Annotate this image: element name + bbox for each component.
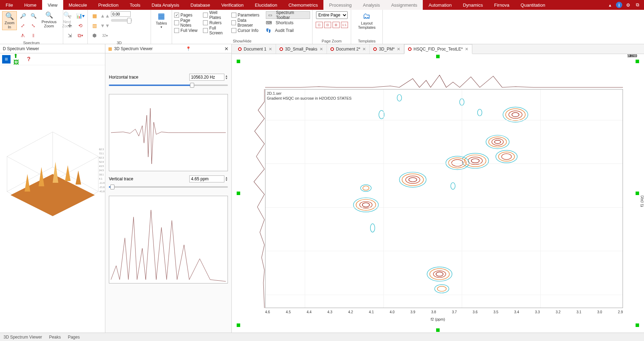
- zoom-in-button[interactable]: 🔍 Zoom In: [2, 11, 17, 30]
- menu-firnova[interactable]: Firnova: [488, 0, 515, 10]
- menu-data-analysis[interactable]: Data Analysis: [146, 0, 185, 10]
- multi-peak-icon[interactable]: ⫴: [29, 31, 38, 40]
- sel-handle-bl[interactable]: [237, 323, 240, 327]
- info-icon[interactable]: i: [616, 2, 622, 8]
- svg-marker-10: [75, 170, 81, 185]
- chart-icon[interactable]: 📊▾: [76, 11, 85, 20]
- chk-full-view[interactable]: Full View: [174, 27, 202, 34]
- vtrace-input[interactable]: [189, 175, 224, 182]
- peak-icon[interactable]: ⩚: [18, 31, 27, 40]
- sel-handle-ml[interactable]: [237, 192, 240, 195]
- sel-handle-tc[interactable]: [436, 55, 440, 58]
- sel-handle-mr[interactable]: [636, 192, 639, 195]
- next-zoom-icon: 🔍: [63, 12, 71, 19]
- doc-tab-0[interactable]: Document 1✕: [235, 44, 276, 54]
- sel-handle-bc[interactable]: [436, 328, 440, 332]
- spectrum-2d-canvas[interactable]: 2D.1.ser Gradient HSQC on sucrose in H2O…: [232, 54, 644, 333]
- settings-gear-icon[interactable]: ⚙: [625, 2, 631, 8]
- menu-molecule[interactable]: Molecule: [63, 0, 93, 10]
- cube-color-icon[interactable]: ▦: [90, 11, 99, 20]
- menu-file[interactable]: File: [0, 0, 19, 10]
- pagezoom-preset-3[interactable]: ⊞: [333, 22, 340, 28]
- tables-button[interactable]: ▦ Tables ▼: [154, 11, 169, 30]
- status-tab-2[interactable]: Pages: [68, 335, 80, 340]
- btn-shortcuts[interactable]: ⌨ Shortcuts: [266, 19, 310, 27]
- chk-cursor-info[interactable]: Cursor Info: [231, 27, 262, 34]
- htrace-plot[interactable]: [109, 94, 228, 171]
- fit-icon[interactable]: ⤢: [18, 21, 27, 30]
- previous-zoom-button[interactable]: 🔍 Previous Zoom: [39, 11, 59, 29]
- menu-verification[interactable]: Verification: [216, 0, 249, 10]
- down-triangles-icon[interactable]: ▼▼: [100, 21, 110, 30]
- surface-3d-plot[interactable]: 82.3 72.1 62.3 52.9 43.5 24.5 18.1 4.1 -…: [0, 65, 105, 333]
- next-zoom-button[interactable]: 🔍 Next Zoom: [60, 11, 74, 29]
- zoom-tool-icon[interactable]: 🔎: [18, 11, 27, 20]
- 3d-spinner-input[interactable]: [111, 11, 131, 17]
- status-tab-0[interactable]: 3D Spectrum Viewer: [4, 335, 42, 340]
- pagezoom-select[interactable]: Entire Page: [316, 11, 348, 19]
- menu-assignments[interactable]: Assignments: [386, 0, 423, 10]
- doc-tab-3-close[interactable]: ✕: [397, 47, 400, 52]
- vtrace-slider[interactable]: [109, 185, 228, 189]
- vtrace-plot[interactable]: [109, 196, 228, 283]
- baseline-icon[interactable]: ⤡: [29, 21, 38, 30]
- menu-processing[interactable]: Processing: [323, 0, 357, 10]
- cube-solid-icon[interactable]: ⬢: [90, 31, 99, 40]
- expand-icon[interactable]: ▴: [607, 2, 613, 8]
- menu-quantitation[interactable]: Quantitation: [515, 0, 551, 10]
- up-triangles-icon[interactable]: ▲▲: [100, 11, 110, 20]
- pagezoom-preset-1[interactable]: ⊡: [316, 22, 323, 28]
- chk-well-plates[interactable]: Well Plates: [203, 11, 230, 19]
- doc-tab-1[interactable]: 3D_Small_Peaks✕: [276, 44, 327, 54]
- pin-icon[interactable]: 📍: [186, 46, 191, 51]
- svg-point-23: [509, 111, 522, 119]
- vtrace-spinner[interactable]: ▲▼: [225, 176, 228, 181]
- doc-tab-3[interactable]: 3D_PM*✕: [370, 44, 404, 54]
- chk-data-browser[interactable]: Data Browser: [231, 19, 262, 27]
- status-tab-1[interactable]: Peaks: [49, 335, 61, 340]
- htrace-spinner[interactable]: ▲▼: [225, 75, 228, 80]
- hamburger-icon[interactable]: ≡: [2, 55, 11, 63]
- htrace-input[interactable]: [189, 74, 224, 81]
- pagezoom-preset-4[interactable]: 1:1: [341, 22, 348, 28]
- menu-analysis[interactable]: Analysis: [357, 0, 386, 10]
- menu-tools[interactable]: Tools: [124, 0, 146, 10]
- menu-chemometrics[interactable]: Chemometrics: [283, 0, 323, 10]
- menu-elucidation[interactable]: Elucidation: [249, 0, 283, 10]
- 3d-slider[interactable]: [111, 19, 132, 22]
- export-image-icon[interactable]: ⬆🖼: [13, 55, 22, 63]
- plot-area[interactable]: [265, 89, 623, 308]
- overlay-icon[interactable]: ⧉▾: [76, 31, 85, 40]
- menu-prediction[interactable]: Prediction: [93, 0, 124, 10]
- ribbon-group-templates: 🗂 Layout Templates Templates: [351, 10, 383, 44]
- sel-handle-br[interactable]: [636, 323, 639, 327]
- menu-view[interactable]: View: [42, 0, 63, 10]
- chk-full-screen[interactable]: Full Screen: [203, 27, 230, 34]
- doc-tab-2-close[interactable]: ✕: [362, 47, 366, 52]
- cube-wire-icon[interactable]: ▥: [90, 21, 99, 30]
- btn-audit-trail[interactable]: 👣 Audit Trail: [266, 27, 310, 34]
- doc-tab-0-close[interactable]: ✕: [269, 47, 272, 52]
- collapse-icon[interactable]: ⇲: [65, 31, 74, 40]
- layout-templates-button[interactable]: 🗂 Layout Templates: [356, 11, 377, 30]
- doc-tab-4[interactable]: HSQC_FID_Proc_TestLE*✕: [404, 44, 472, 54]
- cube-32-icon[interactable]: 32▾: [100, 31, 110, 40]
- menu-database[interactable]: Database: [185, 0, 216, 10]
- btn-spectrum-toolbar[interactable]: ▭ Spectrum Toolbar: [266, 11, 310, 19]
- doc-tab-2[interactable]: Document 2*✕: [327, 44, 370, 54]
- sel-handle-tr[interactable]: [636, 60, 639, 63]
- menu-home[interactable]: Home: [19, 0, 42, 10]
- layers-icon[interactable]: ⧉: [634, 2, 640, 8]
- pagezoom-preset-2[interactable]: ⊟: [324, 22, 331, 28]
- menu-dynamics[interactable]: Dynamics: [457, 0, 488, 10]
- chk-page-notes[interactable]: Page Notes: [174, 19, 202, 27]
- flip-icon[interactable]: ⟲: [76, 21, 85, 30]
- menu-automation[interactable]: Automation: [423, 0, 457, 10]
- sel-handle-tl[interactable]: [237, 60, 240, 63]
- htrace-slider[interactable]: [109, 83, 228, 88]
- doc-tab-4-close[interactable]: ✕: [465, 47, 468, 52]
- help-icon[interactable]: ?: [25, 55, 33, 63]
- zoom-out-icon[interactable]: 🔍: [29, 11, 38, 20]
- doc-tab-1-close[interactable]: ✕: [320, 47, 323, 52]
- mid-pane-close-icon[interactable]: ✕: [224, 46, 229, 52]
